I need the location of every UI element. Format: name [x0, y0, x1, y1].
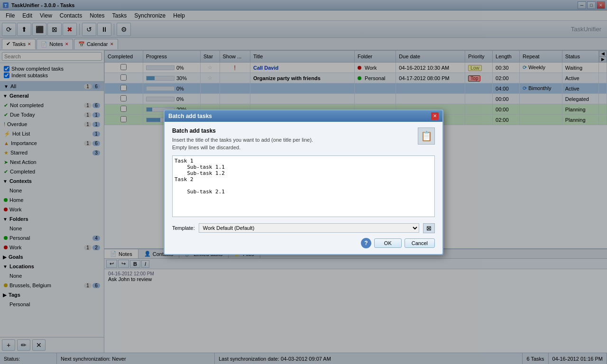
template-options-btn[interactable]: ⊠	[423, 223, 435, 233]
ok-button[interactable]: OK	[374, 238, 402, 248]
dialog-task-icon: 📋	[418, 127, 435, 145]
dialog-title-text: Batch add tasks	[168, 113, 212, 119]
dialog-description: Insert the title of the tasks you want t…	[172, 136, 414, 152]
help-button[interactable]: ?	[361, 238, 371, 248]
dialog-body: Batch add tasks Insert the title of the …	[165, 122, 442, 254]
template-row: Template: Work Default (Default) None Pe…	[172, 223, 435, 233]
batch-add-dialog: Batch add tasks ✕ Batch add tasks Insert…	[164, 109, 443, 255]
dialog-actions: ? OK Cancel	[172, 238, 435, 248]
dialog-overlay: Batch add tasks ✕ Batch add tasks Insert…	[0, 0, 607, 364]
template-select[interactable]: Work Default (Default) None Personal Def…	[199, 223, 419, 233]
template-label: Template:	[172, 225, 195, 231]
dialog-heading: Batch add tasks	[172, 127, 414, 134]
cancel-button[interactable]: Cancel	[405, 238, 435, 248]
dialog-close-button[interactable]: ✕	[431, 112, 439, 120]
dialog-title-bar: Batch add tasks ✕	[165, 110, 442, 122]
batch-textarea[interactable]: Task 1 Sub-task 1.1 Sub-task 1.2 Task 2 …	[172, 155, 435, 217]
